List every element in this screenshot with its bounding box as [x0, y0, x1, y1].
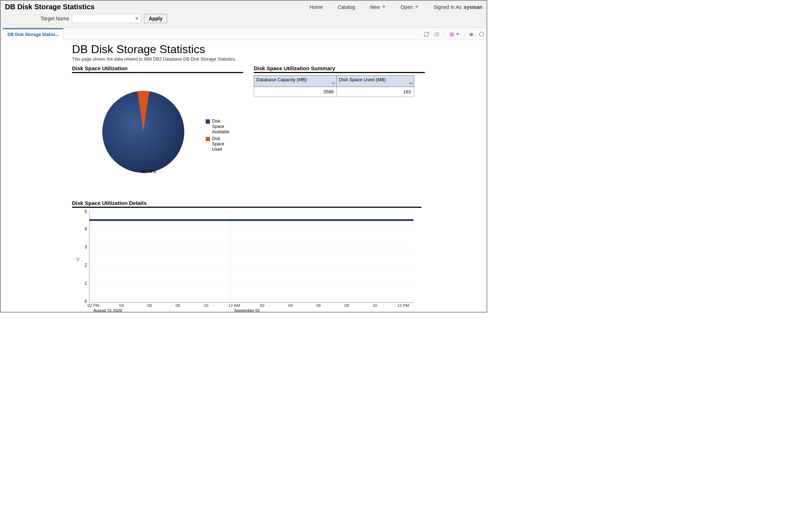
col-db-capacity-label: Database Capacity (MB) [256, 77, 307, 82]
page-title: DB Disk Storage Statistics [72, 43, 487, 56]
chevron-down-icon [456, 33, 459, 36]
nav-home[interactable]: Home [309, 4, 323, 10]
legend-used-label: Disk Space Used [212, 136, 224, 152]
x-tick: 12 PM [397, 303, 409, 308]
target-icon[interactable] [449, 31, 459, 37]
summary-table: Database Capacity (MB) Disk Space Used (… [254, 75, 414, 97]
list-icon[interactable] [434, 31, 440, 37]
y-tick: 3 [82, 244, 87, 249]
x-tick: 08 [176, 303, 180, 308]
global-nav: Home Catalog New Open Signed In Assysman [309, 4, 482, 10]
nav-open-label: Open [401, 4, 413, 10]
section-details: Disk Space Utilization Details [72, 200, 421, 208]
target-name-label: Target Name [41, 16, 69, 21]
legend-swatch-available [206, 119, 210, 124]
gear-icon[interactable] [468, 31, 474, 37]
separator [464, 31, 464, 37]
x-sub-label: August 31 2020 [93, 308, 122, 313]
refresh-icon[interactable] [423, 31, 430, 37]
cell-disk-used: 163 [337, 87, 414, 97]
signed-in-user: sysman [464, 4, 482, 10]
x-tick: 02 [260, 303, 265, 308]
pie-chart: 4.556% 95.44% [72, 75, 243, 186]
svg-rect-3 [436, 34, 439, 34]
top-banner: DB Disk Storage Statistics Home Catalog … [1, 1, 487, 28]
chevron-down-icon [382, 6, 386, 8]
legend-swatch-used [206, 137, 210, 141]
svg-point-2 [435, 34, 435, 35]
target-name-input[interactable] [72, 14, 133, 23]
x-tick: 04 [288, 303, 293, 308]
apply-button[interactable]: Apply [144, 14, 167, 23]
x-tick: 06 [148, 303, 152, 308]
chevron-down-icon [415, 6, 418, 8]
pie-legend: Disk Space Available Disk Space Used [206, 119, 229, 154]
y-tick: 5 [82, 209, 87, 214]
col-disk-used[interactable]: Disk Space Used (MB) [337, 76, 414, 87]
chevron-down-icon [409, 81, 412, 86]
tab-db-disk-storage[interactable]: DB Disk Storage Statist... [3, 28, 63, 40]
x-tick: 12 AM [228, 303, 240, 308]
y-tick: 0 [82, 299, 87, 304]
svg-point-0 [435, 32, 435, 33]
separator [444, 31, 444, 37]
x-tick: 08 [345, 303, 349, 308]
nav-home-label: Home [309, 4, 323, 10]
tab-bar: DB Disk Storage Statist... [1, 28, 487, 40]
nav-catalog-label: Catalog [338, 4, 355, 10]
toolbar [423, 31, 484, 40]
nav-new[interactable]: New [370, 4, 386, 10]
plot-area [89, 212, 413, 303]
table-row: 3588 163 [254, 87, 414, 97]
target-name-field-wrap [72, 14, 141, 23]
section-summary: Disk Space Utilization Summary [254, 65, 425, 73]
x-tick: 06 [317, 303, 321, 308]
help-icon[interactable] [479, 31, 484, 37]
series-line [89, 219, 413, 221]
app-title: DB Disk Storage Statistics [5, 3, 94, 11]
x-tick: 10 [204, 303, 209, 308]
y-tick: 2 [82, 263, 87, 268]
chevron-down-icon [332, 81, 335, 86]
y-tick: 1 [82, 281, 87, 286]
nav-open[interactable]: Open [401, 4, 418, 10]
x-tick: 04 [119, 303, 124, 308]
x-tick: 02 PM [87, 303, 99, 308]
svg-rect-5 [436, 36, 439, 36]
svg-rect-1 [436, 32, 439, 33]
pie-svg [102, 91, 184, 173]
col-db-capacity[interactable]: Database Capacity (MB) [254, 76, 337, 87]
y-tick: 4 [82, 226, 87, 231]
page-body: DB Disk Storage Statistics This page sho… [1, 40, 487, 313]
nav-new-label: New [370, 4, 380, 10]
cell-db-capacity: 3588 [254, 87, 337, 97]
col-disk-used-label: Disk Space Used (MB) [339, 77, 386, 82]
nav-catalog[interactable]: Catalog [338, 4, 355, 10]
signed-in-label: Signed In As [433, 4, 462, 10]
page-description: This page shows the data related to IBM … [72, 57, 487, 62]
svg-point-8 [479, 32, 484, 36]
chevron-down-icon [135, 17, 139, 20]
x-tick: 10 [373, 303, 377, 308]
y-axis-label: % [76, 258, 81, 262]
legend-available-label: Disk Space Available [212, 119, 229, 135]
section-disk-utilization: Disk Space Utilization [72, 65, 243, 73]
x-sub-label: September 01 [234, 308, 260, 313]
line-chart: % 0 1 2 3 4 5 [72, 211, 418, 313]
signed-in-as: Signed In Assysman [433, 4, 482, 10]
svg-point-7 [451, 33, 452, 35]
target-name-dropdown[interactable] [133, 14, 141, 23]
pie-slice-avail-label: 95.44% [142, 169, 156, 174]
svg-point-4 [435, 35, 435, 36]
